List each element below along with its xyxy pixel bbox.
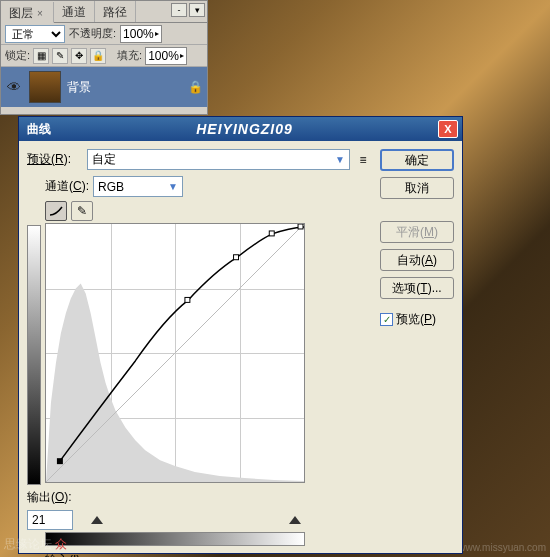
curve-tool-point[interactable] [45, 201, 67, 221]
svg-rect-1 [57, 458, 63, 464]
channel-label: 通道(C): [45, 178, 89, 195]
watermark-left: 思缘论坛 众 [4, 536, 67, 553]
tab-layers[interactable]: 图层× [1, 2, 54, 23]
lock-position-icon[interactable]: ✥ [71, 48, 87, 64]
panel-menu-icon[interactable]: ▾ [189, 3, 205, 17]
svg-rect-5 [298, 224, 303, 229]
output-label: 输出(O): [27, 489, 83, 506]
lock-transparency-icon[interactable]: ▦ [33, 48, 49, 64]
dialog-title: 曲线 [27, 121, 51, 138]
layer-row-background[interactable]: 👁 背景 🔒 [1, 67, 207, 107]
auto-button[interactable]: 自动(A) [380, 249, 454, 271]
svg-rect-2 [185, 297, 190, 302]
fill-label: 填充: [117, 48, 142, 63]
ok-button[interactable]: 确定 [380, 149, 454, 171]
close-button[interactable]: X [438, 120, 458, 138]
fill-input[interactable]: 100%▸ [145, 47, 187, 65]
curves-dialog: 曲线 HEIYINGZI09 X 预设(R): 自定 ▼ ≡ 通道(C): RG… [18, 116, 463, 554]
layer-lock-icon: 🔒 [188, 80, 203, 94]
smooth-button: 平滑(M) [380, 221, 454, 243]
preview-label: 预览(P) [396, 311, 436, 328]
tab-channels[interactable]: 通道 [54, 1, 95, 22]
layer-thumbnail[interactable] [29, 71, 61, 103]
svg-rect-3 [234, 255, 239, 260]
channel-value: RGB [98, 180, 124, 194]
panel-tab-bar: 图层× 通道 路径 - ▾ [1, 1, 207, 23]
options-button[interactable]: 选项(T)... [380, 277, 454, 299]
tab-layers-label: 图层 [9, 6, 33, 20]
svg-line-0 [46, 224, 304, 482]
lock-pixels-icon[interactable]: ✎ [52, 48, 68, 64]
opacity-label: 不透明度: [69, 26, 116, 41]
preset-menu-icon[interactable]: ≡ [354, 151, 372, 169]
dialog-brand: HEIYINGZI09 [51, 121, 438, 137]
channel-select[interactable]: RGB ▼ [93, 176, 183, 197]
opacity-input[interactable]: 100%▸ [120, 25, 162, 43]
preview-checkbox[interactable]: ✓ [380, 313, 393, 326]
svg-marker-7 [289, 516, 301, 524]
curve-canvas[interactable] [45, 223, 305, 483]
cancel-button[interactable]: 取消 [380, 177, 454, 199]
output-input[interactable]: 21 [27, 510, 73, 530]
curve-tool-pencil[interactable]: ✎ [71, 201, 93, 221]
lock-label: 锁定: [5, 48, 30, 63]
visibility-eye-icon[interactable]: 👁 [5, 78, 23, 96]
chevron-down-icon: ▼ [335, 154, 345, 165]
layers-panel: 图层× 通道 路径 - ▾ 正常 不透明度: 100%▸ 锁定: ▦ ✎ ✥ 🔒… [0, 0, 208, 115]
layer-name: 背景 [67, 79, 182, 96]
input-gradient [45, 532, 305, 546]
svg-rect-4 [269, 231, 274, 236]
watermark-right: www.missyuan.com [458, 542, 546, 553]
svg-marker-6 [91, 516, 103, 524]
lock-row: 锁定: ▦ ✎ ✥ 🔒 填充: 100%▸ [1, 45, 207, 67]
lock-all-icon[interactable]: 🔒 [90, 48, 106, 64]
preset-value: 自定 [92, 151, 116, 168]
slider-track[interactable] [91, 514, 301, 526]
curve-path [46, 224, 304, 482]
titlebar[interactable]: 曲线 HEIYINGZI09 X [19, 117, 462, 141]
minimize-icon[interactable]: - [171, 3, 187, 17]
output-gradient [27, 225, 41, 485]
tab-close-icon[interactable]: × [35, 6, 45, 21]
layers-toolbar: 正常 不透明度: 100%▸ [1, 23, 207, 45]
preset-label: 预设(R): [27, 151, 83, 168]
preset-select[interactable]: 自定 ▼ [87, 149, 350, 170]
blend-mode-select[interactable]: 正常 [5, 25, 65, 43]
chevron-down-icon: ▼ [168, 181, 178, 192]
tab-paths[interactable]: 路径 [95, 1, 136, 22]
